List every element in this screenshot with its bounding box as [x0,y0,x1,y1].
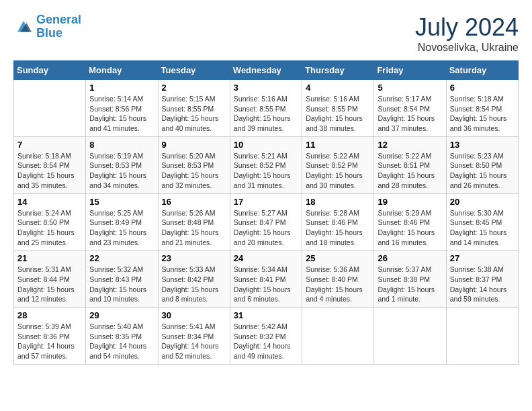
day-number: 27 [450,253,515,263]
day-number: 21 [17,253,82,263]
day-number: 28 [17,310,82,320]
logo: General Blue [13,13,81,40]
day-info: Sunrise: 5:31 AMSunset: 8:44 PMDaylight:… [17,265,82,304]
day-number: 6 [450,83,515,93]
calendar-cell: 1 Sunrise: 5:14 AMSunset: 8:56 PMDayligh… [86,80,158,137]
day-number: 18 [306,197,370,207]
day-info: Sunrise: 5:37 AMSunset: 8:38 PMDaylight:… [378,265,442,304]
calendar-cell: 3 Sunrise: 5:16 AMSunset: 8:55 PMDayligh… [230,80,302,137]
day-info: Sunrise: 5:28 AMSunset: 8:46 PMDaylight:… [306,208,370,248]
calendar-cell: 24 Sunrise: 5:34 AMSunset: 8:41 PMDaylig… [230,250,302,308]
day-number: 3 [234,83,298,93]
day-info: Sunrise: 5:24 AMSunset: 8:50 PMDaylight:… [17,208,82,248]
day-info: Sunrise: 5:25 AMSunset: 8:49 PMDaylight:… [89,208,154,248]
day-info: Sunrise: 5:30 AMSunset: 8:45 PMDaylight:… [450,208,515,248]
day-info: Sunrise: 5:34 AMSunset: 8:41 PMDaylight:… [234,265,298,304]
page-header: General Blue July 2024 Novoselivka, Ukra… [13,13,519,54]
calendar-cell: 29 Sunrise: 5:40 AMSunset: 8:35 PMDaylig… [86,308,158,365]
calendar-table: Sunday Monday Tuesday Wednesday Thursday… [13,60,519,365]
day-number: 11 [306,140,370,150]
calendar-cell: 7 Sunrise: 5:18 AMSunset: 8:54 PMDayligh… [14,136,86,193]
day-info: Sunrise: 5:32 AMSunset: 8:43 PMDaylight:… [89,265,154,304]
day-info: Sunrise: 5:14 AMSunset: 8:56 PMDaylight:… [89,94,154,134]
day-info: Sunrise: 5:33 AMSunset: 8:42 PMDaylight:… [162,265,226,304]
day-info: Sunrise: 5:22 AMSunset: 8:52 PMDaylight:… [306,151,370,191]
calendar-cell: 14 Sunrise: 5:24 AMSunset: 8:50 PMDaylig… [14,193,86,250]
day-info: Sunrise: 5:15 AMSunset: 8:55 PMDaylight:… [162,94,226,134]
day-number: 19 [378,197,442,207]
calendar-week-2: 7 Sunrise: 5:18 AMSunset: 8:54 PMDayligh… [14,136,519,193]
logo-text: General [36,13,81,27]
day-info: Sunrise: 5:18 AMSunset: 8:54 PMDaylight:… [450,94,515,134]
day-info: Sunrise: 5:16 AMSunset: 8:55 PMDaylight:… [306,94,370,134]
calendar-cell: 22 Sunrise: 5:32 AMSunset: 8:43 PMDaylig… [86,250,158,308]
calendar-cell [302,308,374,365]
day-number: 14 [17,197,82,207]
calendar-cell: 28 Sunrise: 5:39 AMSunset: 8:36 PMDaylig… [14,308,86,365]
day-info: Sunrise: 5:18 AMSunset: 8:54 PMDaylight:… [17,151,82,191]
calendar-cell: 8 Sunrise: 5:19 AMSunset: 8:53 PMDayligh… [86,136,158,193]
day-number: 20 [450,197,515,207]
title-block: July 2024 Novoselivka, Ukraine [415,13,519,54]
calendar-cell: 23 Sunrise: 5:33 AMSunset: 8:42 PMDaylig… [158,250,230,308]
col-monday: Monday [86,61,158,80]
calendar-cell [374,308,446,365]
calendar-cell: 2 Sunrise: 5:15 AMSunset: 8:55 PMDayligh… [158,80,230,137]
col-tuesday: Tuesday [158,61,230,80]
calendar-cell: 16 Sunrise: 5:26 AMSunset: 8:48 PMDaylig… [158,193,230,250]
day-number: 22 [89,253,154,263]
calendar-cell: 5 Sunrise: 5:17 AMSunset: 8:54 PMDayligh… [374,80,446,137]
day-info: Sunrise: 5:27 AMSunset: 8:47 PMDaylight:… [234,208,298,248]
calendar-cell: 11 Sunrise: 5:22 AMSunset: 8:52 PMDaylig… [302,136,374,193]
day-info: Sunrise: 5:26 AMSunset: 8:48 PMDaylight:… [162,208,226,248]
day-info: Sunrise: 5:36 AMSunset: 8:40 PMDaylight:… [306,265,370,304]
day-info: Sunrise: 5:41 AMSunset: 8:34 PMDaylight:… [162,322,226,361]
col-wednesday: Wednesday [230,61,302,80]
calendar-cell: 6 Sunrise: 5:18 AMSunset: 8:54 PMDayligh… [446,80,518,137]
day-number: 12 [378,140,442,150]
calendar-cell: 26 Sunrise: 5:37 AMSunset: 8:38 PMDaylig… [374,250,446,308]
logo-icon [13,17,34,37]
day-number: 26 [378,253,442,263]
day-info: Sunrise: 5:17 AMSunset: 8:54 PMDaylight:… [378,94,442,134]
logo-subtext: Blue [36,27,81,40]
day-number: 25 [306,253,370,263]
day-info: Sunrise: 5:23 AMSunset: 8:50 PMDaylight:… [450,151,515,191]
day-number: 31 [234,310,298,320]
calendar-cell: 31 Sunrise: 5:42 AMSunset: 8:32 PMDaylig… [230,308,302,365]
calendar-cell: 19 Sunrise: 5:29 AMSunset: 8:46 PMDaylig… [374,193,446,250]
calendar-cell [446,308,518,365]
calendar-cell: 27 Sunrise: 5:38 AMSunset: 8:37 PMDaylig… [446,250,518,308]
day-number: 30 [162,310,226,320]
calendar-cell: 25 Sunrise: 5:36 AMSunset: 8:40 PMDaylig… [302,250,374,308]
day-info: Sunrise: 5:39 AMSunset: 8:36 PMDaylight:… [17,322,82,361]
calendar-cell: 9 Sunrise: 5:20 AMSunset: 8:53 PMDayligh… [158,136,230,193]
day-info: Sunrise: 5:40 AMSunset: 8:35 PMDaylight:… [89,322,154,361]
calendar-cell: 15 Sunrise: 5:25 AMSunset: 8:49 PMDaylig… [86,193,158,250]
calendar-cell: 12 Sunrise: 5:22 AMSunset: 8:51 PMDaylig… [374,136,446,193]
location: Novoselivka, Ukraine [415,42,519,54]
day-info: Sunrise: 5:19 AMSunset: 8:53 PMDaylight:… [89,151,154,191]
day-info: Sunrise: 5:42 AMSunset: 8:32 PMDaylight:… [234,322,298,361]
calendar-cell: 30 Sunrise: 5:41 AMSunset: 8:34 PMDaylig… [158,308,230,365]
calendar-week-3: 14 Sunrise: 5:24 AMSunset: 8:50 PMDaylig… [14,193,519,250]
day-number: 24 [234,253,298,263]
calendar-week-5: 28 Sunrise: 5:39 AMSunset: 8:36 PMDaylig… [14,308,519,365]
day-number: 7 [17,140,82,150]
day-number: 5 [378,83,442,93]
day-number: 9 [162,140,226,150]
col-sunday: Sunday [14,61,86,80]
calendar-week-1: 1 Sunrise: 5:14 AMSunset: 8:56 PMDayligh… [14,80,519,137]
day-info: Sunrise: 5:21 AMSunset: 8:52 PMDaylight:… [234,151,298,191]
calendar-cell: 13 Sunrise: 5:23 AMSunset: 8:50 PMDaylig… [446,136,518,193]
day-number: 2 [162,83,226,93]
col-saturday: Saturday [446,61,518,80]
day-number: 13 [450,140,515,150]
calendar-week-4: 21 Sunrise: 5:31 AMSunset: 8:44 PMDaylig… [14,250,519,308]
calendar-cell: 4 Sunrise: 5:16 AMSunset: 8:55 PMDayligh… [302,80,374,137]
calendar-cell: 17 Sunrise: 5:27 AMSunset: 8:47 PMDaylig… [230,193,302,250]
day-number: 17 [234,197,298,207]
day-info: Sunrise: 5:29 AMSunset: 8:46 PMDaylight:… [378,208,442,248]
day-number: 29 [89,310,154,320]
day-number: 4 [306,83,370,93]
